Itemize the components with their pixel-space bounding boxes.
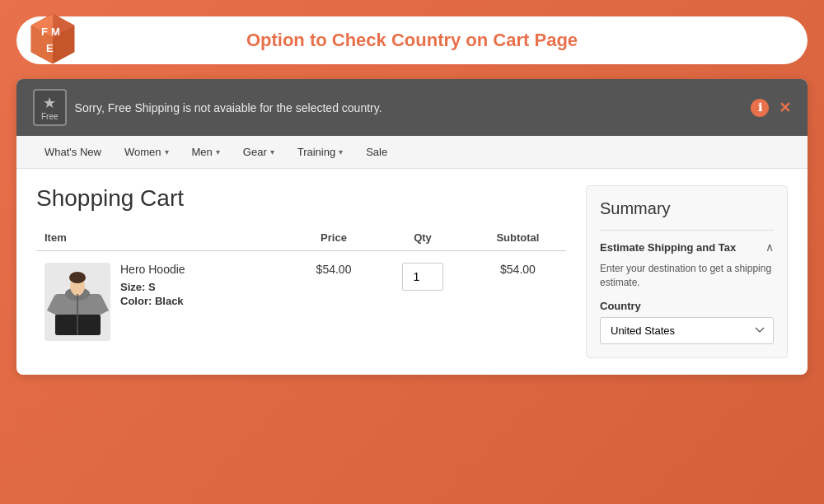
- nav-item-men[interactable]: Men ▾: [180, 136, 232, 168]
- table-row: Hero Hoodie Size: S Color: Black: [36, 251, 566, 353]
- page-title: Option to Check Country on Cart Page: [246, 30, 578, 51]
- svg-marker-11: [101, 294, 109, 315]
- close-notification-button[interactable]: ✕: [779, 99, 791, 117]
- estimate-description: Enter your destination to get a shipping…: [600, 262, 774, 290]
- item-cell: Hero Hoodie Size: S Color: Black: [44, 263, 283, 341]
- star-icon: ★: [43, 94, 56, 112]
- svg-text:M: M: [51, 26, 60, 38]
- product-info: Hero Hoodie Size: S Color: Black: [110, 263, 185, 309]
- estimate-header[interactable]: Estimate Shipping and Tax ∧: [600, 230, 774, 254]
- svg-text:F: F: [41, 26, 48, 38]
- col-qty: Qty: [376, 225, 470, 251]
- logo: F M E: [25, 11, 81, 70]
- product-size: Size: S: [120, 281, 185, 293]
- chevron-down-icon: ▾: [339, 147, 343, 156]
- nav-item-whats-new[interactable]: What's New: [33, 136, 113, 168]
- product-color: Color: Black: [120, 295, 185, 307]
- chevron-down-icon: ▾: [216, 147, 220, 156]
- country-field-label: Country: [600, 300, 774, 312]
- nav-item-gear[interactable]: Gear ▾: [232, 136, 286, 168]
- product-price: $54.00: [292, 251, 376, 353]
- product-image: [44, 263, 110, 341]
- chevron-down-icon: ▾: [165, 147, 169, 156]
- chevron-up-icon: ∧: [765, 240, 774, 254]
- col-price: Price: [292, 225, 376, 251]
- estimate-label: Estimate Shipping and Tax: [600, 241, 736, 254]
- col-item: Item: [36, 225, 292, 251]
- col-subtotal: Subtotal: [470, 225, 566, 251]
- product-qty-cell: [376, 251, 470, 353]
- product-subtotal: $54.00: [470, 251, 566, 353]
- notification-left: ★ Free Sorry, Free Shipping is not avaia…: [33, 89, 382, 126]
- svg-marker-10: [47, 294, 55, 315]
- product-name: Hero Hoodie: [120, 263, 185, 276]
- summary-title: Summary: [600, 199, 774, 218]
- nav-item-women[interactable]: Women ▾: [113, 136, 180, 168]
- cart-table: Item Price Qty Subtotal: [36, 225, 566, 352]
- info-icon[interactable]: ℹ: [751, 99, 769, 117]
- top-header: F M E Option to Check Country on Cart Pa…: [16, 16, 808, 64]
- svg-text:E: E: [46, 42, 54, 54]
- country-select[interactable]: United States Canada United Kingdom Aust…: [600, 317, 774, 344]
- nav-item-sale[interactable]: Sale: [354, 136, 399, 168]
- summary-panel: Summary Estimate Shipping and Tax ∧ Ente…: [586, 185, 788, 358]
- nav-item-training[interactable]: Training ▾: [286, 136, 354, 168]
- navigation: What's New Women ▾ Men ▾ Gear ▾ Training…: [16, 136, 808, 169]
- notification-message: Sorry, Free Shipping is not avaiable for…: [75, 101, 382, 114]
- free-label: Free: [41, 112, 59, 121]
- notification-bar: ★ Free Sorry, Free Shipping is not avaia…: [16, 79, 808, 136]
- cart-main: Shopping Cart Item Price Qty Subtotal: [36, 185, 566, 358]
- qty-input[interactable]: [402, 263, 443, 291]
- cart-title: Shopping Cart: [36, 185, 566, 212]
- notification-actions: ℹ ✕: [751, 99, 791, 117]
- main-card: ★ Free Sorry, Free Shipping is not avaia…: [16, 79, 808, 375]
- free-shipping-badge: ★ Free: [33, 89, 67, 126]
- svg-point-14: [69, 272, 86, 283]
- cart-content: Shopping Cart Item Price Qty Subtotal: [16, 169, 808, 375]
- chevron-down-icon: ▾: [270, 147, 274, 156]
